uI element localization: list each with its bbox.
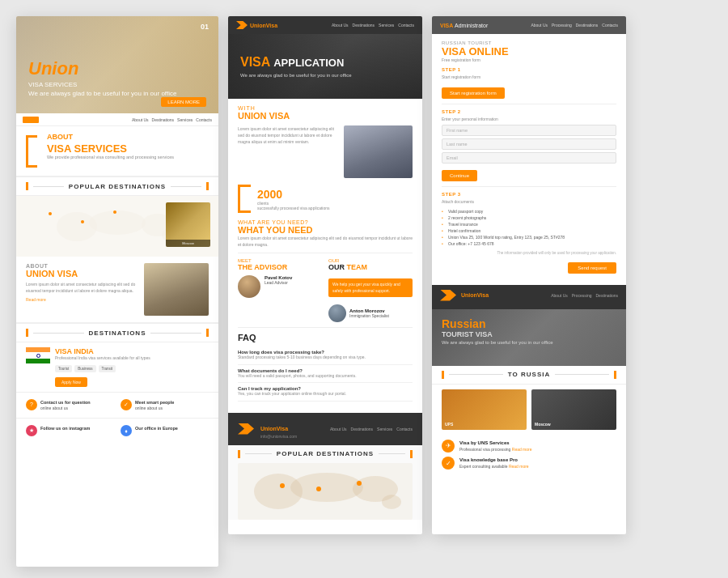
right-footer-logo-text: UnionVisa <box>461 292 489 298</box>
team-member-name: Anton Morozov Immigration Specialist <box>349 308 389 318</box>
center-hero: VISA APPLICATION We are always glad to b… <box>228 34 422 99</box>
center-nav-services[interactable]: Services <box>379 23 394 28</box>
footer-link-4[interactable]: Contacts <box>396 427 413 431</box>
center-logo-mark <box>236 21 248 29</box>
right-footer-link-3[interactable]: Destinations <box>595 293 618 298</box>
service-text-1: Visa by UNS Services Professional visa p… <box>459 440 532 453</box>
russian-subtitle: We are always glad to be useful for you … <box>442 340 616 345</box>
right-nav-proc[interactable]: Processing <box>552 23 572 28</box>
visa-intro: Free registration form <box>442 57 616 62</box>
destinations-header: POPULAR DESTINATIONS <box>16 176 218 196</box>
nav-link-services[interactable]: Services <box>177 117 193 122</box>
contact-icon: ? <box>26 399 37 410</box>
dest-line-right-2 <box>150 333 201 334</box>
about-image <box>144 263 209 316</box>
flag-chakra <box>36 354 40 358</box>
stat-content: 2000 clients successfully processed visa… <box>257 188 330 210</box>
center-nav-contacts[interactable]: Contacts <box>398 23 414 28</box>
right-nav-links: About Us Processing Destinations Contact… <box>531 23 618 28</box>
step-3-label: STEP 3 <box>442 192 616 197</box>
step-2-label: STEP 2 <box>442 109 616 114</box>
dest-line-left <box>33 186 64 187</box>
visa-title: VISA SERVICES <box>47 143 174 154</box>
instagram-icon: ★ <box>26 425 37 436</box>
nav-link-about[interactable]: About Us <box>132 117 149 122</box>
faq-item-1: How long does visa processing take? Stan… <box>238 346 413 365</box>
instagram-text: Follow us on instagram <box>40 425 90 431</box>
russian-title: Russian <box>442 317 616 330</box>
left-panel: 01 Union VISA SERVICES We are always gla… <box>16 16 218 567</box>
faq-item-2: What documents do I need? You will need … <box>238 365 413 384</box>
firstname-input[interactable]: First name <box>442 125 616 136</box>
chip-tourist: Tourist <box>55 365 72 372</box>
email-input[interactable]: Email <box>442 152 616 164</box>
svg-point-10 <box>357 481 362 486</box>
service-link-1[interactable]: Read more <box>512 447 532 452</box>
to-russia-line-right <box>555 374 609 375</box>
india-desc: Professional India visa services availab… <box>55 355 150 362</box>
advisor-card: Pavel Kotov Lead Advisor <box>238 275 322 298</box>
footer-logo-text: UnionVisa <box>260 426 288 431</box>
right-nav-contacts[interactable]: Contacts <box>602 23 618 28</box>
center-nav-dest[interactable]: Destinations <box>353 23 375 28</box>
india-apply-btn[interactable]: Apply Now <box>55 377 87 387</box>
card-label-2: Moscow <box>535 422 551 427</box>
step-3-list: Valid passport copy 2 recent photographs… <box>442 208 616 247</box>
service-link-2[interactable]: Read more <box>509 464 529 469</box>
what-section: WHAT ARE YOU NEED? WHAT YOU NEED Lorem i… <box>238 219 413 248</box>
send-request-btn[interactable]: Send request <box>568 262 616 274</box>
team-section: MEET THE ADVISOR Pavel Kotov Lead Adviso… <box>238 253 413 322</box>
russia-cards-row: UPS Moscow <box>432 385 626 435</box>
right-footer-links: About Us Processing Destinations <box>551 293 618 298</box>
bottom-icons-row: ? Contact us for question online about u… <box>16 392 218 419</box>
hero-section: 01 Union VISA SERVICES We are always gla… <box>16 16 218 113</box>
to-russia-header: TO RUSSIA <box>432 366 626 385</box>
card-label-1: UPS <box>445 422 453 427</box>
center-nav-links: About Us Destinations Services Contacts <box>332 23 414 28</box>
footer-link-2[interactable]: Destinations <box>351 427 374 431</box>
right-footer-link-2[interactable]: Processing <box>572 293 592 298</box>
footer-link-3[interactable]: Services <box>377 427 392 431</box>
dest-line-right-c <box>379 453 405 454</box>
step-1-btn[interactable]: Start registration form <box>442 87 505 99</box>
office-icon: ♦ <box>121 425 132 436</box>
about-title: UNION VISA <box>26 269 138 278</box>
to-russia-line-left <box>449 374 503 375</box>
india-flag-stripes <box>26 347 50 363</box>
hero-cta-button[interactable]: LEARN MORE <box>161 97 206 107</box>
svg-point-8 <box>280 483 285 488</box>
center-nav-about[interactable]: About Us <box>332 23 349 28</box>
dest-accent-right-2 <box>206 329 209 337</box>
nav-link-dest[interactable]: Destinations <box>152 117 175 122</box>
left-navbar: About Us Destinations Services Contacts <box>16 113 218 126</box>
what-label: WHAT ARE YOU NEED? <box>238 219 413 225</box>
visa-form-section: RUSSIAN TOURIST VISA ONLINE Free registr… <box>432 34 626 285</box>
right-footer-link-1[interactable]: About Us <box>551 293 568 298</box>
service-icon-2: ✓ <box>442 457 455 470</box>
bracket-accent <box>26 133 40 169</box>
footer-logo-mark <box>238 423 254 435</box>
visa-intro-section: ABOUT VISA SERVICES We provide professio… <box>16 126 218 176</box>
center-footer: UnionVisa info@unionvisa.com About Us De… <box>228 413 422 445</box>
india-content: VISA INDIA Professional India visa servi… <box>55 347 150 387</box>
right-navbar: VISA Administrator About Us Processing D… <box>432 16 626 34</box>
right-nav-about[interactable]: About Us <box>531 23 548 28</box>
nav-link-contacts[interactable]: Contacts <box>196 117 212 122</box>
team-quote: We help you get your visa quickly and sa… <box>328 278 413 297</box>
footer-link-1[interactable]: About Us <box>330 427 347 431</box>
service-title-2: Visa knowledge base Pro <box>459 457 529 464</box>
map-dot-2 <box>81 220 84 223</box>
footer-logo-area: UnionVisa info@unionvisa.com <box>260 419 297 439</box>
dest-accent-right-c <box>410 450 413 458</box>
icon-item-people: ✓ Meet smart people online about us <box>121 399 209 412</box>
stat-text: successfully processed visa applications <box>257 206 330 210</box>
step-2-btn[interactable]: Continue <box>442 170 477 181</box>
about-read-more[interactable]: Read more <box>26 297 138 302</box>
lastname-input[interactable]: Last name <box>442 138 616 150</box>
nav-logo-mark <box>23 117 39 123</box>
destination-card-image: Moscow <box>166 202 210 247</box>
right-nav-dest[interactable]: Destinations <box>576 23 599 28</box>
center-dest-title: POPULAR DESTINATIONS <box>277 450 374 457</box>
team-avatar-inner <box>328 304 346 322</box>
to-russia-accent-right <box>614 371 616 379</box>
